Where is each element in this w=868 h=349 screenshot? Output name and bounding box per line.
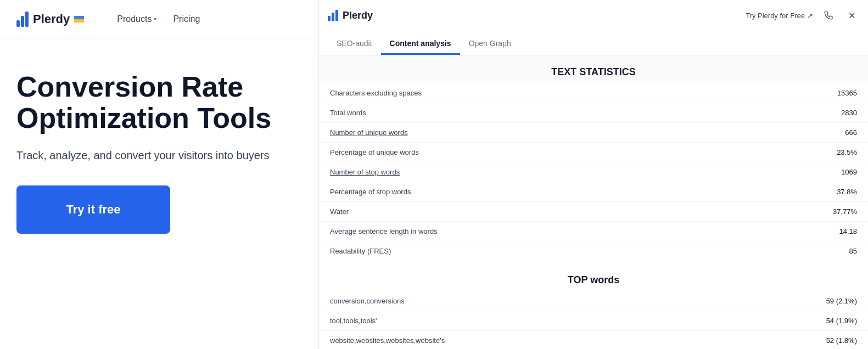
extension-header: Plerdy Try Plerdy for Free ↗ ✕ <box>319 0 868 31</box>
tab-content-analysis[interactable]: Content analysis <box>381 31 460 55</box>
chevron-down-icon: ▾ <box>154 16 156 22</box>
extension-panel: Plerdy Try Plerdy for Free ↗ ✕ SEO-audit… <box>318 0 868 349</box>
table-row: Total words2830 <box>319 103 868 123</box>
table-row: tool,tools,tools'54 (1.9%) <box>319 311 868 331</box>
table-row: Percentage of unique words23.5% <box>319 143 868 162</box>
nav-links: Products ▾ Pricing <box>117 14 200 24</box>
table-row: website,websites,websites,website's52 (1… <box>319 331 868 350</box>
table-row: Average sentence length in words14.18 <box>319 222 868 241</box>
ext-header-actions: Try Plerdy for Free ↗ ✕ <box>746 8 859 23</box>
top-words-section: TOP words conversion,conversions59 (2.1%… <box>319 266 868 349</box>
ext-content: TEXT STATISTICS Characters excluding spa… <box>319 55 868 349</box>
nav-products[interactable]: Products ▾ <box>117 14 156 24</box>
table-row: Water37.77% <box>319 202 868 222</box>
table-row: Number of unique words666 <box>319 123 868 143</box>
try-it-free-button[interactable]: Try it free <box>16 185 170 234</box>
ext-logo[interactable]: Plerdy <box>328 10 373 21</box>
try-plerdy-link[interactable]: Try Plerdy for Free ↗ <box>746 12 813 20</box>
external-link-icon: ↗ <box>807 12 813 20</box>
main-website: Plerdy Products ▾ Pricing Conversion Rat… <box>0 0 318 349</box>
table-row: Characters excluding spaces15365 <box>319 83 868 103</box>
table-row: Percentage of stop words37.8% <box>319 182 868 202</box>
ext-tabs: SEO-audit Content analysis Open Graph <box>319 31 868 55</box>
logo[interactable]: Plerdy <box>16 12 84 27</box>
logo-icon <box>16 12 29 27</box>
tab-seo-audit[interactable]: SEO-audit <box>328 31 381 55</box>
hero-subtitle: Track, analyze, and convert your visitor… <box>16 147 302 164</box>
top-words-table: conversion,conversions59 (2.1%)tool,tool… <box>319 291 868 349</box>
hero-section: Conversion Rate Optimization Tools Track… <box>0 38 318 349</box>
phone-icon[interactable] <box>821 8 836 23</box>
navbar: Plerdy Products ▾ Pricing <box>0 0 318 38</box>
close-icon[interactable]: ✕ <box>844 8 859 23</box>
text-statistics-title: TEXT STATISTICS <box>319 55 868 83</box>
table-row: Readability (FRES)85 <box>319 241 868 261</box>
ext-logo-icon <box>328 10 338 21</box>
nav-pricing[interactable]: Pricing <box>173 14 200 24</box>
logo-text: Plerdy <box>33 12 70 26</box>
table-row: conversion,conversions59 (2.1%) <box>319 291 868 311</box>
ext-logo-text: Plerdy <box>343 10 373 21</box>
hero-title: Conversion Rate Optimization Tools <box>16 71 302 134</box>
text-statistics-table: Characters excluding spaces15365Total wo… <box>319 83 868 261</box>
top-words-title: TOP words <box>319 266 868 291</box>
tab-open-graph[interactable]: Open Graph <box>460 31 520 55</box>
ukraine-flag-icon <box>74 16 84 22</box>
table-row: Number of stop words1069 <box>319 162 868 182</box>
